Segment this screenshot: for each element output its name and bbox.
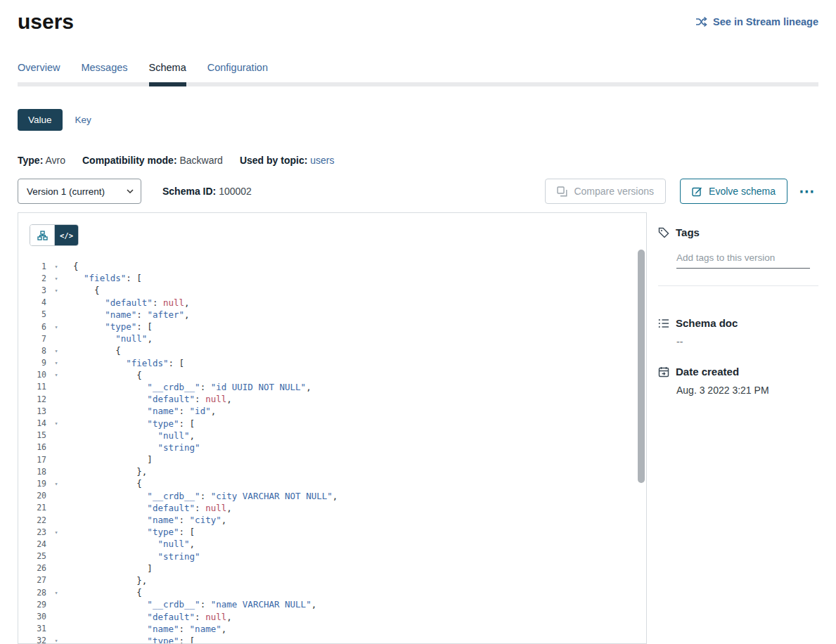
code-line[interactable]: 2▾ "fields": [ bbox=[18, 272, 646, 284]
version-bar: Version 1 (current) Schema ID: 100002 Co… bbox=[18, 179, 818, 204]
code-line[interactable]: 29 "__crdb__": "name VARCHAR NULL", bbox=[18, 598, 646, 610]
line-number: 5 bbox=[18, 309, 46, 319]
code-line[interactable]: 10▾ { bbox=[18, 369, 646, 381]
code-line[interactable]: 17 ] bbox=[18, 453, 646, 465]
code-line[interactable]: 31 "name": "name", bbox=[18, 623, 646, 635]
fold-arrow-icon[interactable]: ▾ bbox=[51, 323, 61, 330]
tab-overview[interactable]: Overview bbox=[18, 62, 60, 82]
code-line[interactable]: 12 "default": null, bbox=[18, 393, 646, 405]
code-text: ] bbox=[73, 563, 153, 574]
code-line[interactable]: 3▾ { bbox=[18, 284, 646, 296]
schema-doc-value: -- bbox=[676, 336, 818, 347]
code-text: "name": "id", bbox=[73, 406, 216, 416]
view-toggle-group: </> bbox=[30, 224, 79, 246]
code-line[interactable]: 6▾ "type": [ bbox=[18, 321, 646, 333]
line-number: 6 bbox=[18, 322, 46, 332]
code-text: }, bbox=[73, 466, 147, 477]
fold-arrow-icon[interactable]: ▾ bbox=[51, 287, 61, 294]
type-label: Type: bbox=[18, 155, 43, 166]
code-line[interactable]: 19▾ { bbox=[18, 477, 646, 489]
editor-scrollbar bbox=[638, 248, 645, 642]
key-toggle-button[interactable]: Key bbox=[71, 109, 96, 131]
scrollbar-thumb[interactable] bbox=[638, 250, 645, 483]
tags-input[interactable] bbox=[676, 250, 810, 269]
compare-versions-icon bbox=[557, 186, 567, 197]
compatibility-mode-label: Compatibility mode: bbox=[82, 155, 177, 166]
line-number: 26 bbox=[18, 563, 46, 573]
line-number: 31 bbox=[18, 624, 46, 633]
code-line[interactable]: 11 "__crdb__": "id UUID NOT NULL", bbox=[18, 381, 646, 393]
version-select[interactable]: Version 1 (current) bbox=[18, 179, 141, 204]
code-line[interactable]: 30 "default": null, bbox=[18, 610, 646, 622]
more-options-button[interactable]: ⋯ bbox=[796, 183, 818, 200]
value-toggle-button[interactable]: Value bbox=[18, 109, 63, 131]
code-line[interactable]: 23▾ "type": [ bbox=[18, 526, 646, 538]
fold-arrow-icon[interactable]: ▾ bbox=[51, 371, 61, 378]
code-text: "name": "after", bbox=[73, 309, 190, 320]
code-line[interactable]: 25 "string" bbox=[18, 550, 646, 562]
schema-id: Schema ID: 100002 bbox=[162, 186, 252, 197]
date-created-value: Aug. 3 2022 3:21 PM bbox=[676, 385, 818, 396]
code-line[interactable]: 4 "default": null, bbox=[18, 297, 646, 309]
code-line[interactable]: 18 }, bbox=[18, 465, 646, 477]
code-line[interactable]: 13 "name": "id", bbox=[18, 405, 646, 417]
tab-messages[interactable]: Messages bbox=[81, 62, 127, 82]
line-number: 20 bbox=[18, 491, 46, 501]
evolve-schema-label: Evolve schema bbox=[709, 186, 776, 197]
code-line[interactable]: 27 }, bbox=[18, 574, 646, 586]
fold-arrow-icon[interactable]: ▾ bbox=[51, 263, 61, 270]
schema-meta-row: Type: Avro Compatibility mode: Backward … bbox=[18, 155, 818, 166]
code-line[interactable]: 8▾ { bbox=[18, 344, 646, 356]
fold-arrow-icon[interactable]: ▾ bbox=[51, 347, 61, 354]
code-text: "name": "name", bbox=[73, 624, 226, 634]
code-line[interactable]: 15 "null", bbox=[18, 430, 646, 442]
code-line[interactable]: 1▾{ bbox=[18, 260, 646, 272]
line-number: 4 bbox=[18, 297, 46, 307]
line-number: 8 bbox=[18, 346, 46, 356]
fold-arrow-icon[interactable]: ▾ bbox=[51, 637, 61, 644]
line-number: 7 bbox=[18, 334, 46, 344]
fold-arrow-icon[interactable]: ▾ bbox=[51, 359, 61, 366]
tags-title: Tags bbox=[676, 226, 700, 238]
edit-schema-icon bbox=[692, 186, 702, 197]
type-value: Avro bbox=[45, 155, 65, 166]
code-text: "name": "city", bbox=[73, 515, 226, 525]
topic-link[interactable]: users bbox=[310, 155, 334, 166]
code-line[interactable]: 21 "default": null, bbox=[18, 502, 646, 514]
tree-view-toggle-button[interactable] bbox=[30, 225, 54, 245]
meta-compatibility: Compatibility mode: Backward bbox=[82, 155, 223, 166]
fold-arrow-icon[interactable]: ▾ bbox=[51, 529, 61, 536]
code-text: "default": null, bbox=[73, 394, 232, 404]
line-number: 27 bbox=[18, 575, 46, 585]
code-line[interactable]: 26 ] bbox=[18, 562, 646, 574]
value-key-toggle: Value Key bbox=[18, 109, 818, 131]
tab-configuration[interactable]: Configuration bbox=[207, 62, 268, 82]
fold-arrow-icon[interactable]: ▾ bbox=[51, 275, 61, 282]
tab-schema[interactable]: Schema bbox=[149, 62, 186, 82]
code-line[interactable]: 5 "name": "after", bbox=[18, 309, 646, 321]
code-line[interactable]: 28▾ { bbox=[18, 586, 646, 598]
line-number: 13 bbox=[18, 406, 46, 416]
code-text: }, bbox=[73, 575, 147, 586]
fold-arrow-icon[interactable]: ▾ bbox=[51, 589, 61, 596]
code-line[interactable]: 14▾ "type": [ bbox=[18, 417, 646, 429]
meta-used-by-topic: Used by topic: users bbox=[240, 155, 335, 166]
list-icon bbox=[658, 318, 669, 328]
line-number: 9 bbox=[18, 358, 46, 368]
line-number: 22 bbox=[18, 515, 46, 525]
code-line[interactable]: 20 "__crdb__": "city VARCHAR NOT NULL", bbox=[18, 490, 646, 502]
fold-arrow-icon[interactable]: ▾ bbox=[51, 480, 61, 487]
evolve-schema-button[interactable]: Evolve schema bbox=[680, 179, 787, 204]
code-line[interactable]: 9▾ "fields": [ bbox=[18, 357, 646, 369]
code-lines[interactable]: 1▾{2▾ "fields": [3▾ {4 "default": null,5… bbox=[18, 260, 646, 644]
fold-arrow-icon[interactable]: ▾ bbox=[51, 420, 61, 427]
code-line[interactable]: 32▾ "type": [ bbox=[18, 635, 646, 644]
code-view-toggle-button[interactable]: </> bbox=[54, 225, 78, 245]
code-line[interactable]: 24 "null", bbox=[18, 538, 646, 550]
compare-versions-button[interactable]: Compare versions bbox=[545, 179, 666, 204]
code-text: "__crdb__": "id UUID NOT NULL", bbox=[73, 382, 311, 392]
code-line[interactable]: 7 "null", bbox=[18, 333, 646, 344]
code-line[interactable]: 22 "name": "city", bbox=[18, 514, 646, 526]
code-line[interactable]: 16 "string" bbox=[18, 442, 646, 453]
stream-lineage-link[interactable]: See in Stream lineage bbox=[695, 16, 818, 27]
